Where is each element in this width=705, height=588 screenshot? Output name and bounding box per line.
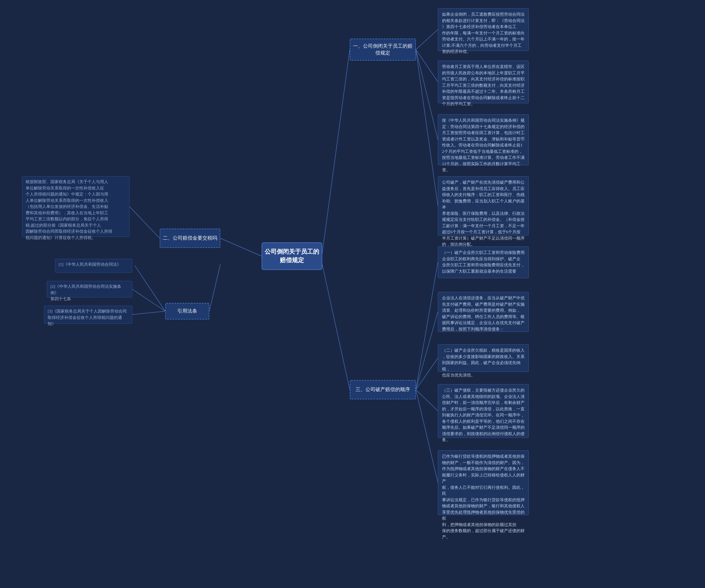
- svg-line-7: [209, 264, 220, 311]
- ref-node-4: [3]《国家税务总局关于个人因解除劳动合同 取得经济补偿金征收个人所得税问题的通…: [44, 306, 132, 324]
- central-node: 公司倒闭关于员工的赔偿规定: [262, 242, 322, 270]
- mind-map: 公司倒闭关于员工的赔偿规定 一、公司倒闭关于员工的赔偿规定 二、公司赔偿金要交税…: [0, 0, 705, 588]
- svg-line-11: [322, 264, 350, 390]
- leaf-node-9: 已作为银行贷款等债权的抵押物或者其他担保 物的财产，一般不能作为清偿的财产。因为…: [438, 450, 529, 515]
- leaf-node-8: （三）破产债权，主要指被方还债企业所欠的 公民、法人或者其他组织的款项。企业法人…: [438, 384, 529, 438]
- branch-node-2: 二、公司赔偿金要交税吗: [160, 229, 220, 248]
- svg-line-3: [416, 50, 438, 140]
- leaf-node-5: （一）破产企业所欠职工工资和劳动保险费用 企业职工的权利商先应当得到保护。破产企…: [438, 246, 529, 278]
- svg-line-8: [135, 266, 165, 311]
- branch-node-3: 三、公司破产赔偿的顺序: [350, 380, 416, 399]
- svg-line-13: [416, 312, 438, 390]
- svg-line-9: [132, 289, 165, 311]
- svg-line-16: [416, 390, 438, 483]
- svg-line-5: [220, 238, 262, 256]
- leaf-node-6: 企业法人在清偿还债务，应当从破产财产中优 先支付破产费用。破产费用是对破产财产实…: [438, 292, 529, 332]
- svg-line-0: [322, 50, 350, 254]
- svg-line-12: [416, 262, 438, 390]
- leaf-node-3: 按《中华人民共和国劳动合同法实施条例》规 定：劳动合同法第四十七条规定的经济补偿…: [438, 114, 529, 165]
- svg-line-6: [130, 207, 160, 238]
- ref-node-1: 根据财政部、国家税务总局《关于个人与用人 单位解除劳动关系取得的一次性补偿收入征…: [22, 176, 130, 237]
- branch-node-ref: 引用法条: [165, 303, 209, 319]
- svg-line-14: [416, 358, 438, 390]
- leaf-node-7: （二）破产企业所欠税款，税收是国库的收入 ，征收的多少直接影响国家的财政收入。关…: [438, 344, 529, 372]
- ref-node-2: [1]《中华人民共和国劳动合同法》: [55, 259, 132, 273]
- svg-line-4: [416, 50, 438, 206]
- leaf-node-4: 公司破产，破产财产在优先清偿破产费用和公 益债务后，首先是补偿员工应得收入。员工…: [438, 176, 529, 235]
- svg-line-1: [416, 30, 438, 50]
- leaf-node-1: 如果企业倒闭，员工遣散费应按照劳动合同法 的相关条款进行计算支付，即：《劳动合同…: [438, 8, 529, 51]
- leaf-node-2: 劳动者月工资高于用人单位所在直辖市、设区 的市级人民政府公布的本地区上年度职工月…: [438, 60, 529, 103]
- svg-line-2: [416, 50, 438, 82]
- branch-node-1: 一、公司倒闭关于员工的赔偿规定: [350, 39, 416, 60]
- svg-line-10: [132, 311, 165, 315]
- ref-node-3: [2]《中华人民共和国劳动合同法实施条例》 第四十七条: [47, 281, 132, 298]
- svg-line-15: [416, 390, 438, 411]
